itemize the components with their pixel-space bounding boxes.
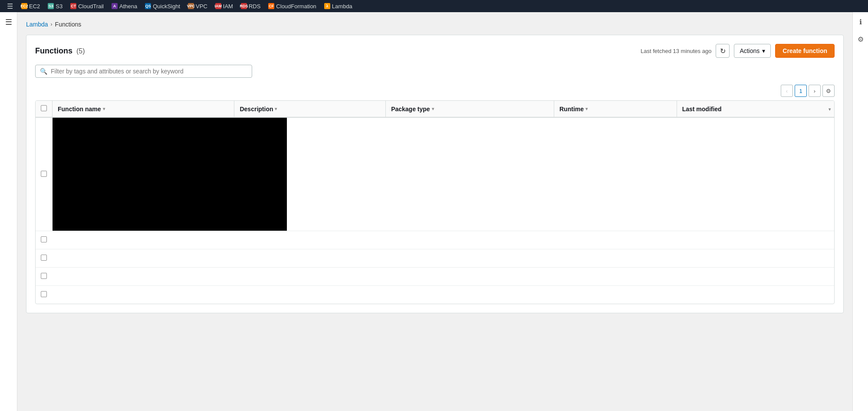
create-function-button[interactable]: Create function: [775, 44, 835, 58]
s3-icon: S3: [48, 3, 54, 9]
col-runtime: Runtime ▾: [554, 101, 677, 117]
nav-label-ec2: EC2: [29, 3, 40, 10]
col-function-name-label: Function name: [58, 106, 101, 113]
table-header-row: Function name ▾ Description ▾: [36, 101, 834, 117]
row-fn-name-5: [53, 286, 234, 304]
nav-label-cloudtrail: CloudTrail: [78, 3, 104, 10]
nav-label-quicksight: QuickSight: [153, 3, 180, 10]
nav-item-cloudtrail[interactable]: CT CloudTrail: [67, 2, 107, 10]
card-title-group: Functions (5): [35, 46, 85, 56]
breadcrumb-current: Functions: [55, 21, 82, 28]
content-area: Lambda › Functions Functions (5) Last fe…: [17, 12, 852, 411]
row-fn-name-4: [53, 268, 234, 286]
last-fetched-text: Last fetched 13 minutes ago: [641, 48, 711, 54]
redacted-content: [53, 118, 287, 231]
nav-item-quicksight[interactable]: QS QuickSight: [142, 2, 183, 10]
nav-item-athena[interactable]: A Athena: [108, 2, 140, 10]
info-icon[interactable]: ℹ: [855, 16, 867, 28]
functions-count: (5): [76, 47, 85, 55]
row-package-5: [386, 286, 554, 304]
search-icon: 🔍: [40, 68, 47, 75]
functions-title: Functions: [35, 46, 72, 55]
col-package-type-label: Package type: [391, 106, 430, 113]
card-header: Functions (5) Last fetched 13 minutes ag…: [35, 44, 835, 58]
nav-label-vpc: VPC: [196, 3, 207, 10]
vpc-icon: VPC: [188, 3, 194, 9]
functions-table: Function name ▾ Description ▾: [35, 100, 835, 304]
sidebar-toggle-icon[interactable]: ☰: [3, 16, 14, 29]
breadcrumb: Lambda › Functions: [26, 21, 844, 28]
col-last-modified: Last modified ▾: [677, 101, 834, 117]
row-checkbox-4[interactable]: [41, 273, 47, 279]
nav-item-vpc[interactable]: VPC VPC: [185, 2, 210, 10]
nav-label-athena: Athena: [119, 3, 137, 10]
functions-card: Functions (5) Last fetched 13 minutes ag…: [26, 35, 844, 313]
current-page-indicator: 1: [795, 85, 807, 97]
table-row: [36, 231, 834, 249]
card-header-right: Last fetched 13 minutes ago ↻ Actions ▾ …: [641, 44, 835, 58]
row-runtime-4: [554, 268, 677, 286]
col-description-label: Description: [240, 106, 273, 113]
row-runtime-2: [554, 231, 677, 249]
iam-icon: IAM: [215, 3, 221, 9]
row-modified-5: [677, 286, 834, 304]
nav-label-cloudformation: CloudFormation: [276, 3, 316, 10]
top-nav-bar: ☰ EC2 EC2 S3 S3 CT CloudTrail A Athena Q…: [0, 0, 868, 12]
actions-button[interactable]: Actions ▾: [734, 44, 771, 58]
col-runtime-sort-icon[interactable]: ▾: [585, 106, 588, 111]
row-checkbox-cell-3: [36, 249, 53, 268]
table-row: [36, 268, 834, 286]
select-all-column: [36, 101, 53, 117]
row-modified-4: [677, 268, 834, 286]
ec2-icon: EC2: [21, 3, 27, 9]
row-runtime-5: [554, 286, 677, 304]
col-package-type: Package type ▾: [386, 101, 554, 117]
row-description-2: [234, 231, 386, 249]
row-runtime-3: [554, 249, 677, 268]
col-function-name-sort-icon[interactable]: ▾: [103, 106, 105, 111]
row-package-3: [386, 249, 554, 268]
quicksight-icon: QS: [145, 3, 151, 9]
table-row: [36, 286, 834, 304]
col-last-modified-label: Last modified: [682, 106, 722, 113]
nav-item-s3[interactable]: S3 S3: [45, 2, 66, 10]
col-package-type-sort-icon[interactable]: ▾: [432, 106, 434, 111]
hamburger-menu-icon[interactable]: ☰: [3, 1, 16, 11]
rds-icon: RDS: [241, 3, 247, 9]
cloudtrail-icon: CT: [70, 3, 76, 9]
nav-item-ec2[interactable]: EC2 EC2: [18, 2, 43, 10]
col-runtime-label: Runtime: [559, 106, 584, 113]
row-modified-2: [677, 231, 834, 249]
row-checkbox-3[interactable]: [41, 255, 47, 261]
nav-item-rds[interactable]: RDS RDS: [238, 2, 263, 10]
table-row: [36, 249, 834, 268]
main-wrapper: ☰ Lambda › Functions Functions (5) Last …: [0, 12, 868, 411]
search-input[interactable]: [51, 68, 247, 75]
nav-item-cloudformation[interactable]: CF CloudFormation: [265, 2, 319, 10]
table-row: [36, 117, 834, 231]
row-checkbox-1[interactable]: [41, 171, 47, 177]
column-preferences-button[interactable]: ⚙: [822, 85, 835, 97]
nav-item-lambda[interactable]: λ Lambda: [321, 2, 355, 10]
row-fn-name-3: [53, 249, 234, 268]
row-fn-name-2: [53, 231, 234, 249]
nav-item-iam[interactable]: IAM IAM: [212, 2, 236, 10]
side-panel: ℹ ⚙: [852, 12, 868, 411]
nav-label-s3: S3: [56, 3, 62, 10]
prev-page-button[interactable]: ‹: [781, 85, 793, 97]
col-description-sort-icon[interactable]: ▾: [275, 106, 277, 111]
breadcrumb-lambda-link[interactable]: Lambda: [26, 21, 48, 28]
settings-icon[interactable]: ⚙: [855, 33, 867, 45]
row-checkbox-cell-2: [36, 231, 53, 249]
athena-icon: A: [112, 3, 118, 9]
row-package-4: [386, 268, 554, 286]
sidebar: ☰: [0, 12, 17, 411]
select-all-checkbox[interactable]: [41, 105, 47, 111]
refresh-button[interactable]: ↻: [716, 44, 730, 58]
next-page-button[interactable]: ›: [809, 85, 821, 97]
row-checkbox-5[interactable]: [41, 291, 47, 297]
row-checkbox-2[interactable]: [41, 236, 47, 242]
col-function-name: Function name ▾: [53, 101, 234, 117]
row-checkbox-cell-4: [36, 268, 53, 286]
col-expand-icon[interactable]: ▾: [829, 106, 831, 111]
